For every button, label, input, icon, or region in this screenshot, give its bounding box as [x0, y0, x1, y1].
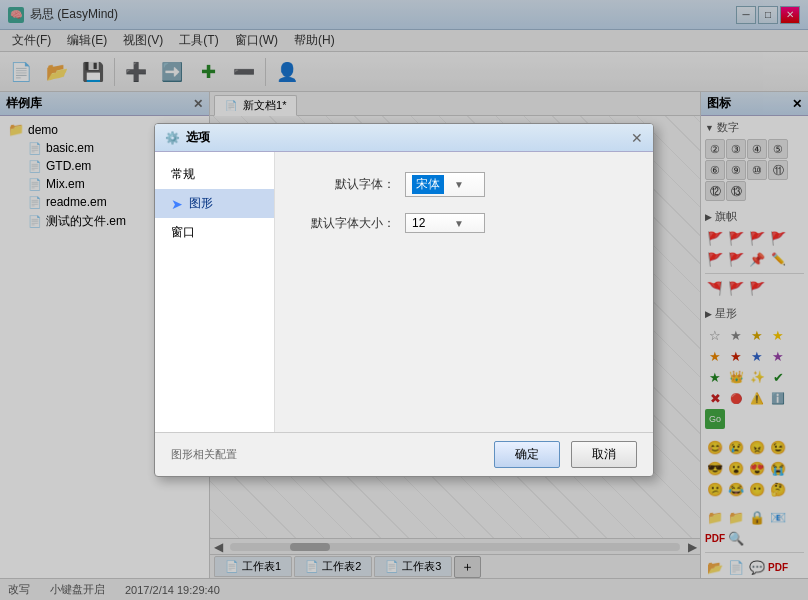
- fontsize-row: 默认字体大小： 12 ▼: [295, 213, 633, 233]
- nav-arrow-icon: ➤: [171, 196, 183, 212]
- font-row: 默认字体： 宋体 ▼: [295, 172, 633, 197]
- dialog-title-label: 选项: [186, 129, 210, 146]
- options-dialog: ⚙️ 选项 ✕ 常规 ➤ 图形 窗口 默认: [154, 123, 654, 477]
- font-label: 默认字体：: [295, 176, 395, 193]
- font-select[interactable]: 宋体 ▼: [405, 172, 485, 197]
- dialog-sidebar: 常规 ➤ 图形 窗口: [155, 152, 275, 432]
- font-dropdown-icon: ▼: [454, 179, 464, 190]
- dialog-title-text: ⚙️ 选项: [165, 129, 210, 146]
- dialog-nav-graphics-label: 图形: [189, 195, 213, 212]
- dialog-nav-window-label: 窗口: [171, 224, 195, 241]
- dialog-icon: ⚙️: [165, 131, 180, 145]
- dialog-buttons: 确定 取消: [486, 441, 637, 468]
- dialog-body: 常规 ➤ 图形 窗口 默认字体： 宋体 ▼: [155, 152, 653, 432]
- dialog-cancel-button[interactable]: 取消: [571, 441, 637, 468]
- dialog-overlay: ⚙️ 选项 ✕ 常规 ➤ 图形 窗口 默认: [0, 0, 808, 600]
- fontsize-select[interactable]: 12 ▼: [405, 213, 485, 233]
- dialog-footer: 图形相关配置 确定 取消: [155, 432, 653, 476]
- dialog-content-area: 默认字体： 宋体 ▼ 默认字体大小： 12 ▼: [275, 152, 653, 432]
- dialog-nav-graphics[interactable]: ➤ 图形: [155, 189, 274, 218]
- dialog-nav-general[interactable]: 常规: [155, 160, 274, 189]
- fontsize-label: 默认字体大小：: [295, 215, 395, 232]
- fontsize-dropdown-icon: ▼: [454, 218, 464, 229]
- dialog-nav-general-label: 常规: [171, 166, 195, 183]
- dialog-close-button[interactable]: ✕: [631, 130, 643, 146]
- dialog-title-bar: ⚙️ 选项 ✕: [155, 124, 653, 152]
- font-value: 宋体: [412, 175, 444, 194]
- dialog-footer-label: 图形相关配置: [171, 447, 237, 462]
- dialog-nav-window[interactable]: 窗口: [155, 218, 274, 247]
- dialog-confirm-button[interactable]: 确定: [494, 441, 560, 468]
- fontsize-value: 12: [412, 216, 425, 230]
